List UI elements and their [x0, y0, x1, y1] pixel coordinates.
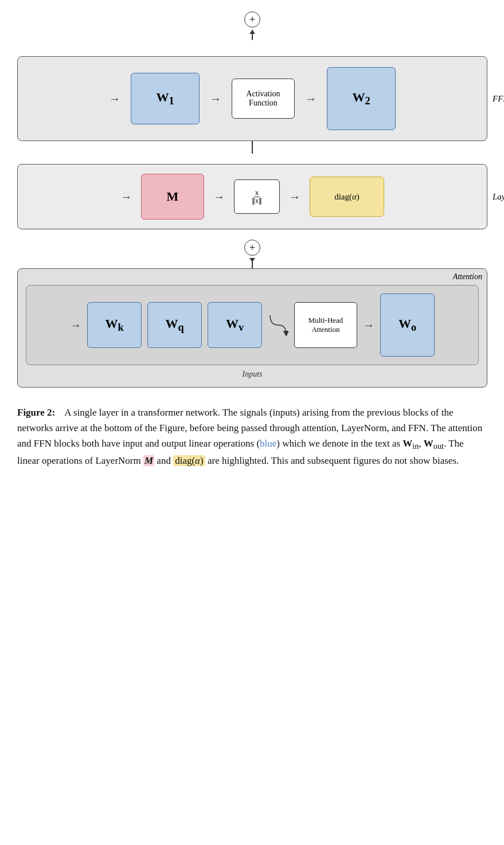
caption-win: Win, Wout [403, 438, 444, 449]
wv-box: Wv [208, 302, 262, 348]
wo-box: Wo [380, 294, 435, 357]
caption-text-5: are highlighted. This and subsequent fig… [205, 455, 459, 466]
curved-arrow-svg [268, 311, 288, 339]
layernorm-block: → M → x ‖x‖ → diag(α) LayerNorm [17, 164, 487, 229]
caption-text-4: and [154, 455, 173, 466]
layernorm-label: LayerNorm [488, 192, 504, 202]
arrow-in-m: → [120, 190, 132, 204]
caption-blue-word: blue [260, 438, 276, 449]
arrow-act-w2: → [305, 92, 317, 105]
caption-m: M [143, 455, 154, 466]
figure-label: Figure 2: [17, 407, 55, 418]
arrow-mha-wo: → [363, 319, 374, 332]
norm-box: x ‖x‖ [234, 179, 280, 214]
arrow-norm-diag: → [289, 190, 300, 204]
attention-block: Attention → Wk Wq Wv [17, 268, 487, 388]
arrow-m-norm: → [213, 190, 225, 204]
arrow-to-mha [268, 311, 288, 339]
arrow-in-w1: → [109, 92, 120, 105]
mha-box: Multi-HeadAttention [294, 302, 357, 348]
arrow-in-attention: → [70, 319, 81, 332]
plus-circle-top: + [244, 11, 260, 28]
attention-label: Attention [453, 272, 482, 281]
activation-function-box: ActivationFunction [232, 79, 295, 119]
arrow-w1-act: → [210, 92, 221, 105]
plus-circle-mid: + [244, 240, 260, 256]
caption-diag: diag(α) [173, 455, 205, 466]
inputs-label: Inputs [26, 370, 479, 379]
w2-box: W2 [327, 67, 396, 130]
diagram-wrapper: + → W1 → ActivationFunction → W2 [17, 11, 487, 388]
m-box: M [141, 174, 204, 220]
caption-text-2: ) which we denote in the text as [276, 438, 403, 449]
ffn-label: FFN [488, 94, 504, 104]
caption: Figure 2: A single layer in a transforme… [17, 405, 487, 469]
wk-box: Wk [87, 302, 142, 348]
attention-inner: → Wk Wq Wv [26, 285, 479, 365]
diag-box: diag(α) [310, 177, 384, 217]
wq-box: Wq [147, 302, 202, 348]
ffn-block: → W1 → ActivationFunction → W2 FFN [17, 56, 487, 141]
w1-box: W1 [131, 73, 200, 124]
